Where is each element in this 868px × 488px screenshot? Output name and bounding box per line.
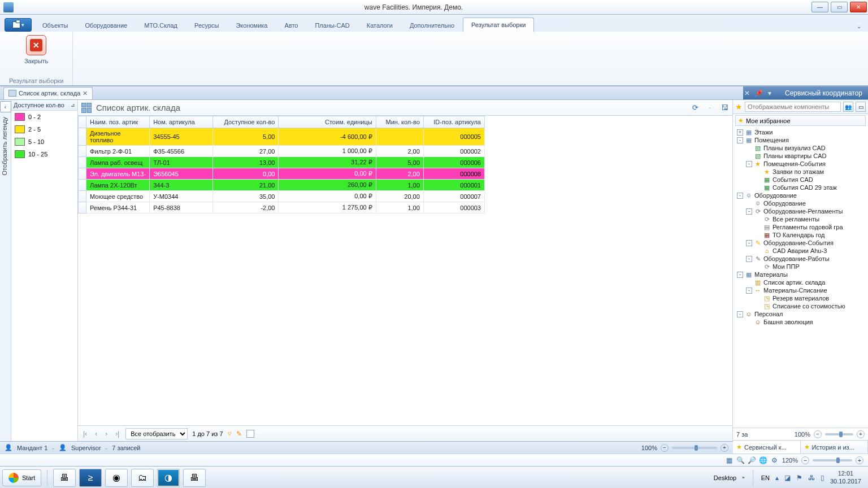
tree-item[interactable]: -⟳Оборудование-Регламенты <box>734 207 868 215</box>
ribbon-tab[interactable]: Дополнительно <box>401 18 463 32</box>
people-icon[interactable]: 👥 <box>843 102 853 112</box>
tree-item[interactable]: -✎Оборудование-Работы <box>734 255 868 263</box>
tray-volume-icon[interactable]: ▯ <box>821 474 824 482</box>
ribbon-tab[interactable]: Экономика <box>227 18 276 32</box>
layout-icon[interactable]: ▦ <box>726 456 734 464</box>
collapse-icon[interactable]: - <box>737 272 743 278</box>
ribbon-tab[interactable]: Каталоги <box>358 18 401 32</box>
menu-dot-icon[interactable]: · <box>705 103 714 112</box>
sidebar-tab-service[interactable]: ★Сервисный к... <box>733 441 801 454</box>
tree[interactable]: +▦Этажи-▦Помещения▧Планы визуализ CAD▧Пл… <box>733 127 868 428</box>
row-handle[interactable] <box>79 180 86 191</box>
next-page-button[interactable]: › <box>103 430 109 438</box>
row-handle[interactable] <box>79 146 86 157</box>
column-header[interactable]: Ном. артикула <box>150 116 213 128</box>
table-row[interactable]: Эл. двигатель М13-Э6560450,000,00 ₽2,000… <box>79 168 485 180</box>
tree-item[interactable]: ▦События CAD <box>734 176 868 184</box>
row-selector-header[interactable] <box>79 116 86 128</box>
zoom-icon[interactable]: 🔎 <box>748 456 756 464</box>
row-handle[interactable] <box>79 157 86 168</box>
panel-close-icon[interactable]: ✕ <box>743 89 751 97</box>
prev-page-button[interactable]: ‹ <box>93 430 99 438</box>
column-header[interactable]: ID-поз. артикула <box>423 116 484 128</box>
tree-item[interactable]: -★Помещения-События <box>734 160 868 168</box>
tree-item[interactable]: +▦Этажи <box>734 128 868 136</box>
column-header[interactable]: Мин. кол-во <box>376 116 423 128</box>
taskbar-powershell-icon[interactable]: ≥ <box>79 469 102 487</box>
options-icon[interactable] <box>246 430 254 438</box>
clock[interactable]: 12:01 30.10.2017 <box>830 470 861 485</box>
zoom-out-button[interactable]: − <box>661 444 669 452</box>
desktop-label[interactable]: Desktop <box>714 474 736 481</box>
tree-item[interactable]: ▦События CAD 29 этаж <box>734 184 868 191</box>
globe-icon[interactable]: 🌐 <box>760 456 767 464</box>
zoom-in-button[interactable]: + <box>721 444 728 452</box>
row-handle[interactable] <box>79 191 86 202</box>
collapse-icon[interactable]: - <box>746 208 752 215</box>
start-button[interactable]: Start <box>2 469 41 486</box>
ribbon-tab[interactable]: Результат выборки <box>463 18 534 32</box>
first-page-button[interactable]: |‹ <box>81 430 89 438</box>
pin-icon[interactable]: 📌 <box>754 89 762 97</box>
collapse-icon[interactable]: - <box>737 193 743 199</box>
collapse-icon[interactable]: - <box>746 287 752 294</box>
settings-icon[interactable]: ⚙ <box>771 456 779 464</box>
table-row[interactable]: Лампа раб. освещТЛ-0113,0031,22 ₽5,00000… <box>79 157 485 168</box>
tree-item[interactable]: ⌂CAD Аварии Ahu-3 <box>734 247 868 255</box>
row-handle[interactable] <box>79 168 86 180</box>
zoom-slider[interactable] <box>813 459 852 461</box>
highlight-icon[interactable]: ✎ <box>236 430 242 438</box>
zoom-in-button[interactable]: + <box>856 456 863 464</box>
tree-item[interactable]: ▧Планы визуализ CAD <box>734 144 868 152</box>
taskbar-scanner-icon[interactable]: 🖶 <box>183 469 206 487</box>
tray-flag-icon[interactable]: ⚑ <box>796 474 802 482</box>
expand-icon[interactable]: + <box>737 129 743 136</box>
tree-item[interactable]: ☺Башня эволюция <box>734 318 868 326</box>
show-all-select[interactable]: Все отобразить <box>125 428 188 439</box>
sidebar-search-input[interactable] <box>745 102 841 112</box>
tree-item[interactable]: ▤Регламенты годовой гра <box>734 223 868 231</box>
export-icon[interactable]: 🖫 <box>720 103 729 112</box>
table-row[interactable]: Ремень Р344-31Р45-8838-2,001 275,00 ₽1,0… <box>79 202 485 213</box>
doc-tab-close-icon[interactable]: ✕ <box>83 90 88 97</box>
tree-item[interactable]: -✎Оборудование-События <box>734 239 868 247</box>
ribbon-tab[interactable]: МТО.Склад <box>136 18 186 32</box>
language-indicator[interactable]: EN <box>761 474 770 481</box>
chevron-down-icon[interactable]: ▾ <box>766 89 774 97</box>
chevron-left-icon[interactable]: ‹ <box>0 101 11 112</box>
zoom-out-button[interactable]: − <box>801 456 809 464</box>
close-result-button[interactable]: ✕ <box>26 35 46 55</box>
collapse-icon[interactable]: - <box>737 311 743 317</box>
collapse-icon[interactable]: - <box>746 256 752 262</box>
ribbon-tab[interactable]: Планы-CAD <box>306 18 358 32</box>
tray-up-icon[interactable]: ▴ <box>775 474 779 482</box>
table-row[interactable]: Фильтр 2-Ф-01Ф35-4556627,001 000,00 ₽2,0… <box>79 146 485 157</box>
close-button[interactable]: ✕ <box>850 2 867 12</box>
tray-expand-icon[interactable]: » <box>742 475 744 480</box>
tree-item[interactable]: -▦Материалы <box>734 271 868 278</box>
collapse-icon[interactable]: - <box>746 161 752 167</box>
taskbar-chrome-icon[interactable]: ◉ <box>105 469 128 487</box>
zoom-slider[interactable] <box>825 433 853 435</box>
row-handle[interactable] <box>79 128 86 146</box>
ribbon-tab[interactable]: Авто <box>276 18 306 32</box>
filter-icon[interactable]: ▿ <box>228 429 232 438</box>
tree-item[interactable]: ◳Резерв материалов <box>734 294 868 302</box>
table-row[interactable]: Лампа 2Х-120Вт344-321,00260,00 ₽1,000000… <box>79 180 485 191</box>
chevron-down-icon[interactable]: ⊿ <box>71 102 75 108</box>
ribbon-collapse-button[interactable]: ⌄ <box>854 21 863 32</box>
ribbon-tab[interactable]: Оборудование <box>76 18 136 32</box>
last-page-button[interactable]: ›| <box>114 430 121 438</box>
file-menu-button[interactable]: ▾ <box>5 18 32 32</box>
collapse-icon[interactable]: - <box>737 137 743 143</box>
ribbon-tab[interactable]: Объекты <box>34 18 76 32</box>
tree-item[interactable]: ◳Списание со стоимостью <box>734 302 868 310</box>
taskbar-app-icon[interactable]: ◑ <box>157 469 180 487</box>
minimize-button[interactable]: — <box>811 2 828 12</box>
tree-item[interactable]: ▦ТО Календарь год <box>734 231 868 239</box>
document-tab[interactable]: Список артик. склада ✕ <box>3 87 93 99</box>
collapse-icon[interactable]: - <box>746 240 752 246</box>
row-handle[interactable] <box>79 202 86 213</box>
refresh-icon[interactable]: ⟳ <box>691 103 700 112</box>
table-scroll[interactable]: Наим. поз. артикНом. артикулаДоступное к… <box>78 116 732 425</box>
